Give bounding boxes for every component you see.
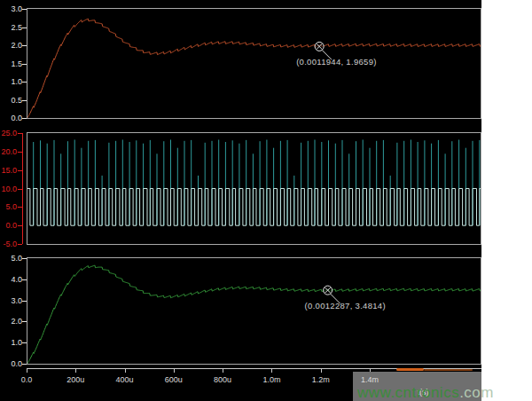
pwm-square-trace: [27, 189, 481, 226]
x-tick-mark: [321, 368, 322, 373]
y-tick-mark: [22, 64, 27, 65]
y-tick-label: 4.0: [0, 275, 22, 284]
y-tick-label: -5.0: [0, 240, 17, 248]
red-trace-plot: [27, 9, 481, 118]
y-tick-label: 0.0: [0, 359, 22, 368]
y-tick-label: 0.5: [0, 96, 22, 105]
y-tick-mark: [22, 9, 27, 10]
y-tick-mark: [22, 100, 27, 101]
cursor-readout-top: (0.0011944, 1.9659): [296, 57, 377, 67]
output-voltage-green-trace: [27, 265, 481, 364]
cursor-readout-bottom: (0.0012287, 3.4814): [305, 301, 386, 311]
y-tick-label: 1.0: [0, 338, 22, 347]
x-tick-label: 600u: [161, 375, 186, 384]
x-tick-label: 1.4m: [357, 375, 382, 384]
y-tick-label: 5.0: [0, 202, 17, 211]
y-tick-mark: [22, 301, 27, 302]
plot-panel-middle-pwm: [27, 132, 481, 245]
y-tick-label: 3.0: [0, 4, 22, 13]
y-tick-label: 25.0: [0, 129, 17, 138]
pwm-trace-plot: [27, 133, 481, 244]
y-tick-mark: [22, 279, 27, 280]
plot-panel-bottom-green: [27, 257, 481, 365]
y-tick-label: 20.0: [0, 147, 17, 156]
plot-panel-top-red: [27, 8, 481, 119]
axis-highlight-dash-bright: [396, 368, 424, 371]
y-tick-label: 3.0: [0, 296, 22, 305]
y-tick-mark: [22, 342, 27, 343]
x-tick-label: 0.0: [14, 375, 39, 384]
y-tick-mark: [22, 258, 27, 259]
right-white-band: [481, 0, 532, 401]
x-tick-mark: [125, 368, 126, 373]
axis-highlight-dash-dim: [424, 369, 473, 371]
y-tick-label: 5.0: [0, 254, 22, 263]
y-tick-label: 0.0: [0, 221, 17, 230]
y-tick-mark: [22, 82, 27, 83]
y-tick-label: 2.0: [0, 41, 22, 50]
y-tick-mark: [22, 45, 27, 46]
y-tick-label: 15.0: [0, 166, 17, 175]
watermark-text: www.cntronics.com: [357, 384, 494, 401]
y-tick-mark: [22, 28, 27, 28]
watermark-tld: .com: [459, 384, 494, 401]
x-tick-label: 1.2m: [309, 375, 333, 384]
x-tick-mark: [75, 368, 76, 373]
x-tick-mark: [223, 368, 223, 373]
y-tick-label: 10.0: [0, 185, 17, 193]
x-tick-label: 400u: [113, 375, 137, 384]
y-tick-mark: [22, 321, 27, 322]
green-trace-plot: [27, 258, 481, 364]
x-tick-label: 1.0m: [259, 375, 284, 384]
y-tick-label: 2.5: [0, 23, 22, 32]
y-tick-mark: [22, 364, 27, 365]
waveform-viewer-screen: (0.0011944, 1.9659) (0.0012287, 3.4814) …: [0, 0, 532, 401]
y-tick-label: 1.5: [0, 59, 22, 68]
y-tick-label: 2.0: [0, 317, 22, 326]
y-axis-line: [22, 133, 23, 244]
output-voltage-red-trace: [27, 19, 481, 118]
x-tick-label: 800u: [210, 375, 235, 384]
x-tick-mark: [27, 368, 27, 373]
watermark-domain: www.cntronics: [357, 384, 459, 401]
x-tick-label: 200u: [63, 375, 88, 384]
y-tick-mark: [22, 118, 27, 119]
y-tick-mark: [18, 244, 22, 245]
y-tick-label: 0.0: [0, 114, 22, 122]
x-tick-mark: [271, 368, 272, 373]
x-tick-mark: [174, 368, 175, 373]
y-tick-label: 1.0: [0, 77, 22, 86]
